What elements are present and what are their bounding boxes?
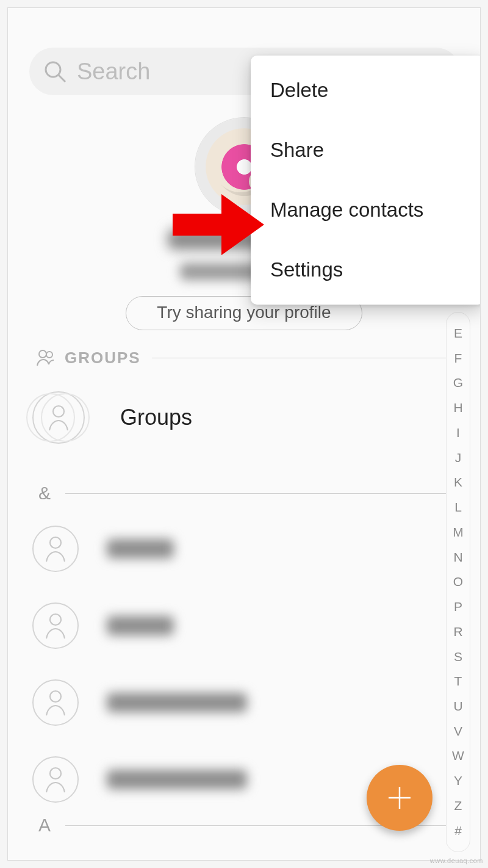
index-letter[interactable]: K [447,470,470,495]
contact-row[interactable] [32,679,429,726]
index-letter[interactable]: T [447,669,470,694]
contact-name-redacted [107,770,247,789]
plus-icon [386,784,413,811]
index-letter[interactable]: P [447,595,470,620]
contact-row[interactable] [32,526,429,572]
index-letter[interactable]: # [447,819,470,844]
watermark: www.deuaq.com [430,857,483,864]
groups-avatar-icon [32,391,85,444]
svg-point-2 [39,350,46,358]
index-letter[interactable]: O [447,570,470,595]
index-letter[interactable]: J [447,446,470,471]
svg-point-0 [46,62,60,77]
alphabet-index[interactable]: EFGHIJKLMNOPRSTUVWYZ# [446,312,470,852]
svg-point-6 [50,614,61,625]
groups-section-header: GROUPS [35,347,450,368]
divider [152,358,450,358]
index-letter[interactable]: W [447,743,470,769]
index-letter[interactable]: G [447,371,470,396]
overflow-menu: Delete Share Manage contacts Settings [251,56,481,305]
index-letter[interactable]: E [447,321,470,346]
section-header-amp: & [38,483,453,504]
search-placeholder: Search [77,59,150,85]
index-letter[interactable]: U [447,694,470,719]
svg-point-3 [46,352,52,358]
person-icon [32,756,79,803]
contacts-screen: Search Try sharing your profile GROUPS G… [7,7,481,861]
index-letter[interactable]: M [447,520,470,545]
contact-name-redacted [107,539,174,559]
section-letter: & [38,483,51,504]
person-icon [32,526,79,572]
divider [65,493,453,494]
index-letter[interactable]: N [447,545,470,570]
index-letter[interactable]: S [447,645,470,670]
svg-point-7 [50,691,61,702]
menu-settings[interactable]: Settings [251,240,481,300]
groups-label: GROUPS [65,349,141,367]
section-letter: A [38,815,51,836]
svg-point-5 [50,537,61,548]
person-icon [32,602,79,649]
contact-name-redacted [107,616,174,635]
groups-row-label: Groups [120,405,192,430]
groups-icon [35,347,56,368]
index-letter[interactable]: R [447,620,470,645]
menu-share[interactable]: Share [251,120,481,180]
svg-point-4 [53,406,64,417]
add-contact-fab[interactable] [367,765,432,831]
index-letter[interactable]: H [447,396,470,421]
svg-line-1 [59,75,65,82]
index-letter[interactable]: Z [447,794,470,819]
menu-manage-contacts[interactable]: Manage contacts [251,180,481,240]
groups-row[interactable]: Groups [32,391,429,444]
search-icon [43,59,67,84]
menu-delete[interactable]: Delete [251,60,481,120]
index-letter[interactable]: F [447,346,470,371]
index-letter[interactable]: I [447,421,470,446]
contact-row[interactable] [32,602,429,649]
index-letter[interactable]: V [447,719,470,744]
svg-point-8 [50,768,61,779]
contact-name-redacted [107,693,247,712]
person-icon [32,679,79,726]
index-letter[interactable]: L [447,495,470,520]
index-letter[interactable]: Y [447,769,470,794]
